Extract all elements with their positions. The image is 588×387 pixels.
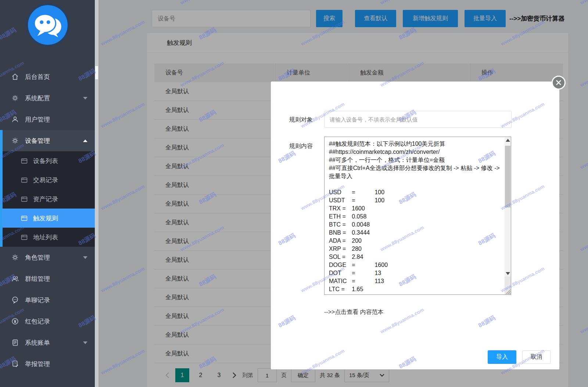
import-button[interactable]: 导入 bbox=[488, 350, 516, 364]
content-scrollbar-thumb[interactable] bbox=[95, 66, 98, 79]
close-icon[interactable] bbox=[552, 76, 566, 90]
rule-target-input[interactable] bbox=[324, 111, 512, 128]
content-template-link[interactable]: -->>点击查看 内容范本 bbox=[324, 308, 384, 316]
sidebar-menu: 后台首页 系统配置 用户管理 设备管理 设备列表 交易记录 bbox=[0, 66, 95, 375]
textarea-scrollbar-thumb[interactable] bbox=[505, 146, 510, 207]
sidebar-item-device-list[interactable]: 设备列表 bbox=[0, 151, 95, 170]
cancel-button[interactable]: 取消 bbox=[522, 350, 551, 364]
sidebar-item-system-bills[interactable]: 系统账单 bbox=[0, 332, 95, 353]
sidebar-item-device-management[interactable]: 设备管理 bbox=[0, 130, 95, 151]
bill-icon bbox=[11, 339, 19, 347]
content-scrollbar[interactable] bbox=[95, 0, 98, 387]
window-icon bbox=[21, 235, 28, 240]
chevron-down-icon bbox=[83, 256, 87, 259]
chevron-up-icon bbox=[83, 140, 87, 142]
sidebar-item-trigger-rules[interactable]: 触发规则 bbox=[0, 209, 95, 228]
sidebar-item-label: 设备管理 bbox=[25, 137, 50, 145]
window-icon bbox=[21, 216, 28, 221]
users-icon bbox=[11, 275, 19, 283]
sidebar-item-label: 群组管理 bbox=[25, 275, 50, 283]
yen-circle-icon bbox=[11, 317, 19, 325]
sidebar-item-label: 地址列表 bbox=[33, 233, 58, 242]
sidebar-item-label: 触发规则 bbox=[33, 214, 58, 223]
chevron-down-icon bbox=[83, 341, 87, 344]
chevron-down-icon bbox=[83, 97, 87, 100]
sidebar-item-system-config[interactable]: 系统配置 bbox=[0, 87, 95, 109]
window-icon bbox=[21, 196, 28, 202]
wechat-logo-icon bbox=[28, 5, 68, 45]
user-icon bbox=[11, 115, 19, 123]
sidebar-item-address-list[interactable]: 地址列表 bbox=[0, 228, 95, 247]
rule-target-label: 规则对象 bbox=[289, 116, 313, 124]
sidebar-item-transaction-records[interactable]: 交易记录 bbox=[0, 170, 95, 189]
rule-content-label: 规则内容 bbox=[289, 142, 313, 150]
sidebar-item-label: 单聊记录 bbox=[25, 296, 50, 304]
sidebar-item-asset-records[interactable]: 资产记录 bbox=[0, 189, 95, 209]
scroll-down-icon[interactable] bbox=[506, 272, 510, 275]
sidebar-item-group-management[interactable]: 群组管理 bbox=[0, 268, 95, 289]
sidebar-item-label: 系统配置 bbox=[25, 94, 50, 102]
sidebar-item-single-chat-records[interactable]: 单聊记录 bbox=[0, 289, 95, 311]
textarea-corner bbox=[505, 276, 511, 294]
gear-icon bbox=[11, 137, 19, 145]
sidebar-item-label: 交易记录 bbox=[33, 176, 58, 184]
app-logo bbox=[28, 5, 68, 45]
sidebar-item-label: 资产记录 bbox=[33, 195, 58, 203]
sidebar-item-label: 设备列表 bbox=[33, 157, 58, 165]
svg-text:?: ? bbox=[14, 362, 16, 365]
sidebar-item-label: 用户管理 bbox=[25, 115, 50, 124]
sidebar-item-red-packet-records[interactable]: 红包记录 bbox=[0, 311, 95, 332]
device-submenu: 设备列表 交易记录 资产记录 触发规则 地址列表 bbox=[0, 151, 95, 247]
report-icon: ? bbox=[11, 360, 19, 368]
sidebar-item-home[interactable]: 后台首页 bbox=[0, 66, 95, 87]
sidebar: 后台首页 系统配置 用户管理 设备管理 设备列表 交易记录 bbox=[0, 0, 95, 387]
gear-icon bbox=[11, 94, 19, 102]
sidebar-item-label: 角色管理 bbox=[25, 253, 50, 262]
window-icon bbox=[21, 177, 28, 183]
window-icon bbox=[21, 158, 28, 164]
sidebar-item-report-management[interactable]: ? 举报管理 bbox=[0, 353, 95, 375]
sidebar-item-role-management[interactable]: 角色管理 bbox=[0, 247, 95, 268]
chat-bubble-icon bbox=[11, 296, 19, 304]
sidebar-item-label: 后台首页 bbox=[25, 73, 50, 81]
active-menu-accent bbox=[0, 130, 3, 247]
sidebar-item-label: 举报管理 bbox=[25, 360, 50, 368]
batch-import-modal: 规则对象 规则内容 ##触发规则范本：以下示例以约100美元折算 ##https… bbox=[271, 82, 559, 369]
textarea-scrollbar[interactable] bbox=[505, 137, 511, 277]
home-icon bbox=[11, 73, 19, 81]
sidebar-item-label: 红包记录 bbox=[25, 317, 50, 326]
scroll-up-icon[interactable] bbox=[506, 139, 510, 142]
sidebar-item-label: 系统账单 bbox=[25, 339, 50, 347]
rule-content-text[interactable]: ##触发规则范本：以下示例以约100美元折算 ##https://coinmar… bbox=[325, 137, 511, 294]
rule-content-textarea[interactable]: ##触发规则范本：以下示例以约100美元折算 ##https://coinmar… bbox=[324, 137, 511, 295]
sidebar-item-user-management[interactable]: 用户管理 bbox=[0, 109, 95, 130]
resize-grip-icon[interactable] bbox=[506, 289, 510, 294]
gear-icon bbox=[11, 253, 19, 261]
